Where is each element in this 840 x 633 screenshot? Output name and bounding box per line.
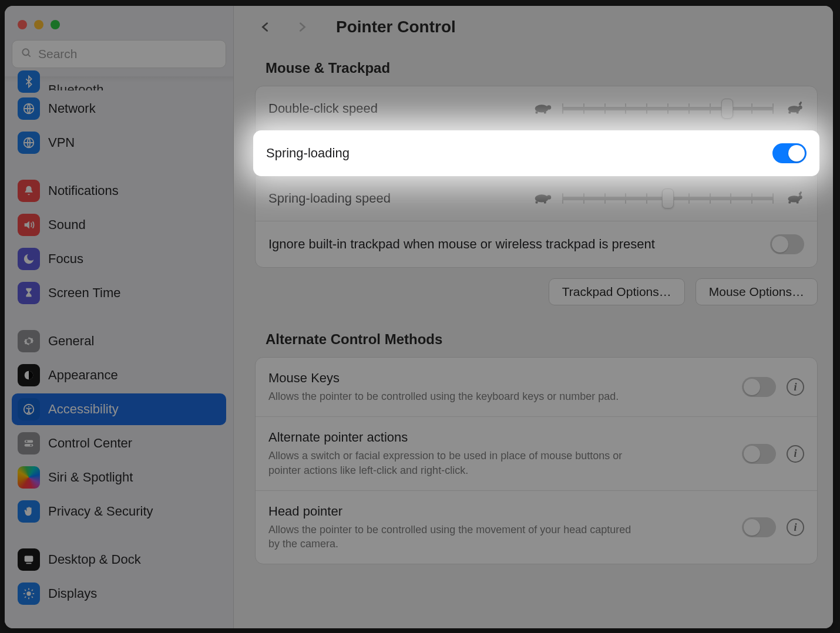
dock-icon bbox=[18, 548, 40, 571]
svg-rect-11 bbox=[25, 556, 33, 562]
sidebar-item-label: Sound bbox=[48, 217, 86, 233]
spring-loading-speed-row: Spring-loading speed bbox=[256, 176, 817, 221]
double-click-speed-label: Double-click speed bbox=[268, 101, 378, 116]
sidebar-item-label: Appearance bbox=[48, 368, 118, 383]
sidebar-item-label: General bbox=[48, 334, 94, 349]
spring-loading-toggle[interactable] bbox=[772, 143, 807, 163]
trackpad-options-button[interactable]: Trackpad Options… bbox=[549, 278, 685, 305]
mouse-keys-description: Allows the pointer to be controlled usin… bbox=[268, 389, 633, 403]
svg-point-23 bbox=[547, 105, 552, 110]
svg-rect-37 bbox=[797, 201, 799, 204]
rabbit-icon bbox=[782, 99, 804, 118]
gear-icon bbox=[18, 330, 40, 352]
sidebar-item-label: Siri & Spotlight bbox=[48, 470, 133, 485]
svg-point-6 bbox=[28, 406, 29, 408]
svg-point-13 bbox=[26, 591, 31, 595]
sidebar-item-general[interactable]: General bbox=[12, 325, 226, 357]
svg-line-21 bbox=[32, 590, 33, 591]
svg-point-10 bbox=[30, 445, 32, 446]
sidebar-item-displays[interactable]: Displays bbox=[12, 578, 226, 610]
sidebar-item-screentime[interactable]: Screen Time bbox=[12, 277, 226, 309]
search-field[interactable] bbox=[12, 40, 226, 68]
alternate-pointer-actions-description: Allows a switch or facial expression to … bbox=[268, 449, 633, 477]
sidebar-item-label: Displays bbox=[48, 586, 97, 601]
window-controls bbox=[12, 16, 226, 40]
svg-point-30 bbox=[535, 194, 549, 202]
sidebar-item-controlcenter[interactable]: Control Center bbox=[12, 427, 226, 459]
mouse-keys-toggle[interactable] bbox=[742, 377, 776, 397]
svg-point-35 bbox=[798, 196, 802, 200]
sidebar-item-focus[interactable]: Focus bbox=[12, 243, 226, 275]
sidebar: Bluetooth Network VPN Notifications bbox=[5, 6, 234, 628]
sidebar-item-label: VPN bbox=[48, 135, 75, 150]
spring-loading-speed-slider[interactable] bbox=[472, 189, 804, 208]
appearance-icon bbox=[18, 364, 40, 386]
sidebar-item-notifications[interactable]: Notifications bbox=[12, 175, 226, 207]
search-icon bbox=[21, 47, 32, 61]
mouse-options-button[interactable]: Mouse Options… bbox=[695, 278, 818, 305]
bell-icon bbox=[18, 180, 40, 202]
hourglass-icon bbox=[18, 282, 40, 304]
mouse-trackpad-card: Double-click speed Spring bbox=[255, 86, 818, 268]
rabbit-icon bbox=[782, 189, 804, 208]
close-window-button[interactable] bbox=[18, 20, 27, 29]
sidebar-item-label: Screen Time bbox=[48, 285, 121, 301]
options-button-row: Trackpad Options… Mouse Options… bbox=[255, 278, 818, 305]
forward-button[interactable] bbox=[291, 16, 313, 38]
zoom-window-button[interactable] bbox=[51, 20, 60, 29]
back-button[interactable] bbox=[255, 16, 276, 38]
alternate-methods-card: Mouse Keys Allows the pointer to be cont… bbox=[255, 357, 818, 564]
speaker-icon bbox=[18, 214, 40, 236]
globe-icon bbox=[18, 97, 40, 120]
svg-point-22 bbox=[535, 105, 549, 112]
spring-loading-label: Spring-loading bbox=[266, 146, 350, 161]
siri-icon bbox=[18, 466, 40, 489]
search-input[interactable] bbox=[38, 47, 217, 61]
section-mouse-trackpad: Mouse & Trackpad bbox=[266, 60, 821, 76]
sidebar-item-label: Desktop & Dock bbox=[48, 552, 141, 567]
sidebar-item-desktopdock[interactable]: Desktop & Dock bbox=[12, 544, 226, 575]
accessibility-icon bbox=[18, 398, 40, 420]
sidebar-item-vpn[interactable]: VPN bbox=[12, 127, 226, 159]
svg-rect-24 bbox=[536, 112, 538, 114]
titlebar: Pointer Control bbox=[255, 16, 821, 52]
info-icon[interactable]: i bbox=[787, 445, 804, 463]
info-icon[interactable]: i bbox=[787, 378, 804, 396]
ignore-trackpad-label: Ignore built-in trackpad when mouse or w… bbox=[268, 237, 655, 252]
sidebar-item-sound[interactable]: Sound bbox=[12, 209, 226, 241]
sidebar-item-network[interactable]: Network bbox=[12, 93, 226, 124]
sidebar-item-label: Control Center bbox=[48, 436, 132, 451]
main-pane: Pointer Control Mouse & Trackpad Double-… bbox=[234, 6, 833, 628]
turtle-icon bbox=[532, 99, 554, 118]
sidebar-item-accessibility[interactable]: Accessibility bbox=[12, 393, 226, 425]
minimize-window-button[interactable] bbox=[34, 20, 43, 29]
sidebar-nav: Bluetooth Network VPN Notifications bbox=[12, 80, 226, 610]
double-click-speed-slider[interactable] bbox=[465, 99, 804, 118]
ignore-trackpad-toggle[interactable] bbox=[770, 234, 804, 254]
svg-rect-8 bbox=[25, 444, 33, 447]
switches-icon bbox=[18, 432, 40, 454]
mouse-keys-row: Mouse Keys Allows the pointer to be cont… bbox=[256, 358, 817, 416]
spring-loading-row: Spring-loading bbox=[253, 130, 819, 176]
svg-point-27 bbox=[798, 106, 802, 110]
svg-point-31 bbox=[547, 195, 552, 200]
sidebar-item-siri[interactable]: Siri & Spotlight bbox=[12, 462, 226, 493]
sidebar-item-label: Network bbox=[48, 101, 96, 116]
settings-window: Bluetooth Network VPN Notifications bbox=[5, 6, 833, 628]
alternate-pointer-actions-row: Alternate pointer actions Allows a switc… bbox=[256, 416, 817, 490]
sidebar-item-label: Bluetooth bbox=[48, 82, 104, 90]
sidebar-item-label: Notifications bbox=[48, 183, 119, 198]
alternate-pointer-actions-label: Alternate pointer actions bbox=[268, 430, 725, 445]
svg-rect-33 bbox=[544, 201, 546, 204]
sidebar-item-label: Focus bbox=[48, 251, 83, 267]
double-click-speed-row: Double-click speed bbox=[256, 86, 817, 131]
svg-line-19 bbox=[32, 597, 33, 598]
sidebar-item-appearance[interactable]: Appearance bbox=[12, 359, 226, 391]
alternate-pointer-actions-toggle[interactable] bbox=[742, 444, 776, 464]
brightness-icon bbox=[18, 583, 40, 605]
head-pointer-description: Allows the pointer to be controlled usin… bbox=[268, 523, 633, 551]
info-icon[interactable]: i bbox=[787, 518, 804, 536]
sidebar-item-privacy[interactable]: Privacy & Security bbox=[12, 496, 226, 527]
head-pointer-toggle[interactable] bbox=[742, 517, 776, 537]
svg-line-20 bbox=[25, 597, 26, 598]
